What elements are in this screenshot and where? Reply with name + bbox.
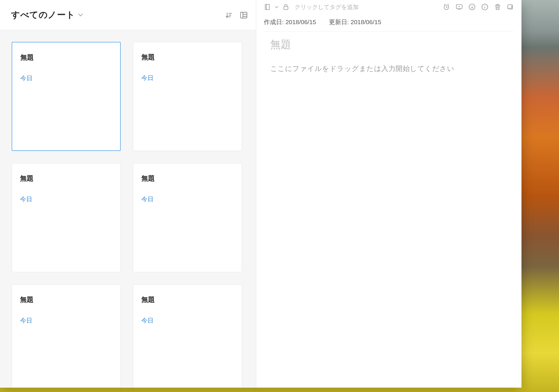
note-card[interactable]: 無題 今日 <box>12 284 121 388</box>
notebook-title: すべてのノート <box>11 9 75 21</box>
note-card-date: 今日 <box>141 195 234 203</box>
svg-rect-0 <box>241 12 247 18</box>
note-metadata: 作成日: 2018/06/15 更新日: 2018/06/15 <box>256 14 521 31</box>
lock-button[interactable] <box>282 3 290 11</box>
created-date: 作成日: 2018/06/15 <box>264 18 316 26</box>
note-cards-grid[interactable]: 無題 今日 無題 今日 無題 今日 無題 今日 無題 今日 無題 今日 <box>0 30 256 388</box>
toolbar-left-group: クリックしてタグを追加 <box>263 3 359 11</box>
add-tag-button[interactable]: クリックしてタグを追加 <box>293 3 359 11</box>
chevron-down-icon <box>78 13 83 18</box>
note-card-title: 無題 <box>141 295 234 304</box>
svg-point-8 <box>485 6 485 6</box>
notes-app-window: すべてのノート <box>0 0 521 388</box>
share-button[interactable] <box>506 3 515 11</box>
note-card[interactable]: 無題 今日 <box>133 284 242 388</box>
note-detail-panel: クリックしてタグを追加 <box>256 0 521 388</box>
note-editor: 無題 ここにファイルをドラッグまたは入力開始してください <box>256 32 521 388</box>
svg-rect-1 <box>265 4 269 10</box>
trash-button[interactable] <box>494 3 502 11</box>
note-card-date: 今日 <box>141 316 234 325</box>
note-card-title: 無題 <box>141 53 234 62</box>
svg-rect-9 <box>508 5 512 9</box>
view-layout-button[interactable] <box>240 11 248 19</box>
svg-rect-2 <box>284 6 288 10</box>
detail-toolbar: クリックしてタグを追加 <box>256 0 521 14</box>
note-card[interactable]: 無題 今日 <box>133 42 242 151</box>
note-card-date: 今日 <box>20 195 112 203</box>
reminder-button[interactable] <box>442 3 451 11</box>
presentation-button[interactable] <box>455 3 463 11</box>
note-body-input[interactable]: ここにファイルをドラッグまたは入力開始してください <box>270 64 508 73</box>
list-header-actions <box>225 11 248 19</box>
sort-button[interactable] <box>225 11 233 19</box>
note-title-input[interactable]: 無題 <box>270 38 508 52</box>
note-card-date: 今日 <box>141 74 234 82</box>
info-button[interactable] <box>481 3 489 11</box>
note-list-header: すべてのノート <box>0 0 256 30</box>
note-card[interactable]: 無題 今日 <box>133 163 242 272</box>
note-card-date: 今日 <box>20 316 112 325</box>
note-card[interactable]: 無題 今日 <box>12 163 121 272</box>
note-card-title: 無題 <box>20 53 112 62</box>
chevron-down-icon <box>275 4 278 10</box>
updated-date: 更新日: 2018/06/15 <box>329 18 381 26</box>
note-list-panel: すべてのノート <box>0 0 256 388</box>
note-card-title: 無題 <box>20 174 112 183</box>
notebook-selector[interactable]: すべてのノート <box>11 9 83 21</box>
svg-text:a: a <box>471 5 473 9</box>
note-card-date: 今日 <box>20 74 112 82</box>
note-card[interactable]: 無題 今日 <box>12 42 121 151</box>
note-card-title: 無題 <box>20 295 112 304</box>
note-card-title: 無題 <box>141 174 234 183</box>
annotate-button[interactable]: a <box>468 3 476 11</box>
notebook-picker-button[interactable] <box>263 3 271 11</box>
toolbar-right-group: a <box>442 3 515 11</box>
